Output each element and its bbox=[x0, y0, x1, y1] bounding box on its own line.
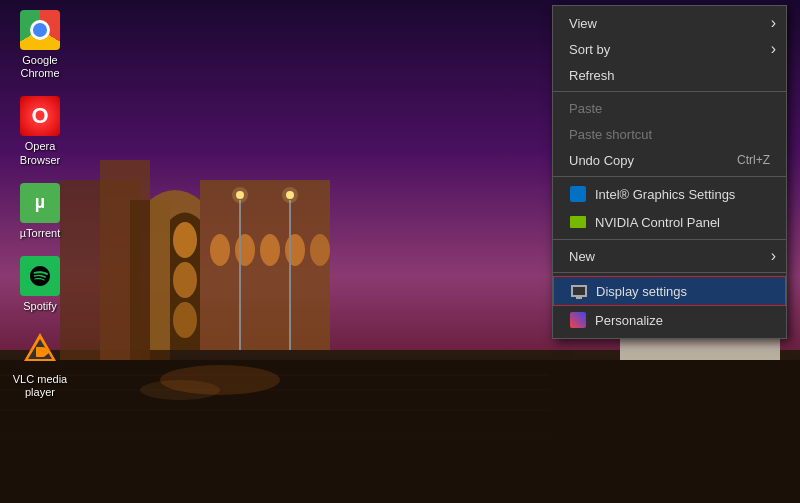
desktop: GoogleChrome O OperaBrowser µ µTorrent S… bbox=[0, 0, 800, 503]
menu-item-paste-shortcut[interactable]: Paste shortcut bbox=[553, 121, 786, 147]
menu-item-paste-label: Paste bbox=[569, 101, 602, 116]
menu-item-nvidia-panel-label: NVIDIA Control Panel bbox=[595, 215, 720, 230]
spotify-app-icon bbox=[20, 256, 60, 296]
menu-item-display-settings[interactable]: Display settings bbox=[553, 276, 786, 306]
opera-icon-desktop[interactable]: O OperaBrowser bbox=[8, 96, 72, 166]
svg-rect-38 bbox=[36, 347, 44, 357]
vlc-label: VLC mediaplayer bbox=[13, 373, 67, 399]
vlc-icon-desktop[interactable]: VLC mediaplayer bbox=[8, 329, 72, 399]
intel-icon bbox=[569, 185, 587, 203]
vlc-app-icon bbox=[20, 329, 60, 369]
menu-item-intel-settings-label: Intel® Graphics Settings bbox=[595, 187, 735, 202]
menu-item-view-label: View bbox=[569, 16, 597, 31]
spotify-label: Spotify bbox=[23, 300, 57, 313]
svg-rect-29 bbox=[0, 360, 800, 503]
chrome-app-icon bbox=[20, 10, 60, 50]
menu-item-display-settings-label: Display settings bbox=[596, 284, 687, 299]
svg-point-6 bbox=[173, 262, 197, 298]
separator-3 bbox=[553, 239, 786, 240]
spotify-icon-desktop[interactable]: Spotify bbox=[8, 256, 72, 313]
chrome-icon-desktop[interactable]: GoogleChrome bbox=[8, 10, 72, 80]
svg-point-9 bbox=[210, 234, 230, 266]
menu-item-new[interactable]: New bbox=[553, 243, 786, 269]
svg-rect-1 bbox=[0, 350, 800, 503]
svg-point-34 bbox=[160, 365, 280, 395]
menu-item-paste[interactable]: Paste bbox=[553, 95, 786, 121]
svg-rect-4 bbox=[130, 200, 170, 380]
svg-point-5 bbox=[173, 222, 197, 258]
desktop-icons: GoogleChrome O OperaBrowser µ µTorrent S… bbox=[0, 0, 80, 503]
utorrent-label: µTorrent bbox=[20, 227, 61, 240]
chrome-label: GoogleChrome bbox=[20, 54, 59, 80]
menu-item-refresh[interactable]: Refresh bbox=[553, 62, 786, 88]
svg-rect-3 bbox=[100, 160, 150, 380]
menu-item-view[interactable]: View bbox=[553, 10, 786, 36]
context-menu: View Sort by Refresh Paste Paste shortcu… bbox=[552, 5, 787, 339]
svg-point-10 bbox=[235, 234, 255, 266]
svg-point-12 bbox=[285, 234, 305, 266]
svg-point-7 bbox=[173, 302, 197, 338]
undo-copy-shortcut: Ctrl+Z bbox=[737, 153, 770, 167]
menu-item-paste-shortcut-label: Paste shortcut bbox=[569, 127, 652, 142]
menu-item-sort-by-label: Sort by bbox=[569, 42, 610, 57]
menu-item-refresh-label: Refresh bbox=[569, 68, 615, 83]
menu-item-undo-copy[interactable]: Undo Copy Ctrl+Z bbox=[553, 147, 786, 173]
svg-point-18 bbox=[286, 191, 294, 199]
opera-label: OperaBrowser bbox=[20, 140, 60, 166]
separator-4 bbox=[553, 272, 786, 273]
personalize-icon bbox=[569, 311, 587, 329]
svg-point-13 bbox=[310, 234, 330, 266]
opera-app-icon: O bbox=[20, 96, 60, 136]
utorrent-icon-desktop[interactable]: µ µTorrent bbox=[8, 183, 72, 240]
nvidia-icon bbox=[569, 213, 587, 231]
separator-1 bbox=[553, 91, 786, 92]
svg-point-16 bbox=[232, 187, 248, 203]
menu-item-undo-copy-label: Undo Copy bbox=[569, 153, 634, 168]
utorrent-app-icon: µ bbox=[20, 183, 60, 223]
menu-item-new-label: New bbox=[569, 249, 595, 264]
menu-item-sort-by[interactable]: Sort by bbox=[553, 36, 786, 62]
separator-2 bbox=[553, 176, 786, 177]
svg-point-15 bbox=[236, 191, 244, 199]
menu-item-intel-settings[interactable]: Intel® Graphics Settings bbox=[553, 180, 786, 208]
svg-rect-8 bbox=[200, 180, 330, 350]
menu-item-nvidia-panel[interactable]: NVIDIA Control Panel bbox=[553, 208, 786, 236]
menu-item-personalize-label: Personalize bbox=[595, 313, 663, 328]
svg-point-35 bbox=[140, 380, 220, 400]
menu-item-personalize[interactable]: Personalize bbox=[553, 306, 786, 334]
display-settings-icon bbox=[570, 282, 588, 300]
svg-point-19 bbox=[282, 187, 298, 203]
svg-point-11 bbox=[260, 234, 280, 266]
